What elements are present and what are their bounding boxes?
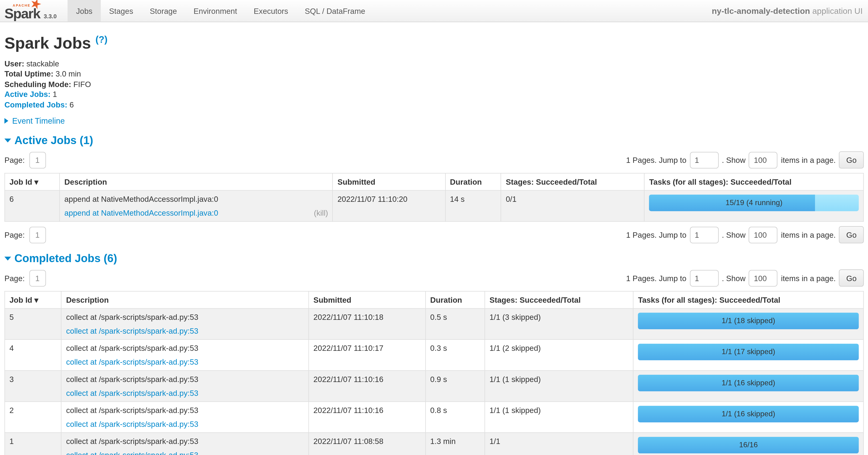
stages-cell: 1/1 (485, 433, 633, 455)
task-progress-bar: 16/16 (638, 437, 859, 454)
task-progress-label: 1/1 (16 skipped) (638, 375, 859, 391)
tab-stages[interactable]: Stages (101, 0, 142, 22)
page-label: Page: (4, 155, 25, 165)
jump-to-input[interactable] (690, 270, 718, 286)
tab-executors[interactable]: Executors (245, 0, 297, 22)
items-per-page-input[interactable] (749, 151, 778, 168)
job-description-link[interactable]: collect at /spark-scripts/spark-ad.py:53 (66, 389, 198, 398)
tasks-cell: 1/1 (18 skipped) (633, 309, 864, 340)
job-description-link[interactable]: collect at /spark-scripts/spark-ad.py:53 (66, 420, 198, 429)
summary-active-jobs: Active Jobs: 1 (4, 89, 864, 100)
page-label: Page: (4, 230, 25, 239)
page-number-input[interactable] (29, 226, 46, 243)
go-button[interactable]: Go (839, 151, 864, 169)
column-header[interactable]: Duration (426, 291, 485, 309)
jump-to-input[interactable] (690, 151, 718, 168)
pagination-bar: Page: 1 Pages. Jump to . Show items in a… (4, 226, 864, 243)
go-button[interactable]: Go (839, 226, 864, 243)
completed-jobs-link[interactable]: Completed Jobs: (4, 100, 67, 109)
task-progress-bar: 1/1 (16 skipped) (638, 406, 859, 422)
page-number-input[interactable] (29, 151, 46, 168)
column-header[interactable]: Duration (445, 173, 501, 191)
job-description-cell: collect at /spark-scripts/spark-ad.py:53… (61, 371, 309, 401)
event-timeline-toggle[interactable]: Event Timeline (4, 116, 864, 125)
job-id-cell: 4 (5, 340, 61, 371)
job-description: collect at /spark-scripts/spark-ad.py:53 (66, 375, 304, 384)
tasks-cell: 1/1 (17 skipped) (633, 340, 864, 371)
job-row: 6append at NativeMethodAccessorImpl.java… (5, 191, 864, 222)
tasks-cell: 16/16 (633, 433, 864, 455)
active-jobs-table: Job Id ▾DescriptionSubmittedDurationStag… (4, 173, 864, 222)
spark-brand: APACHE Spark ★ 3.3.0 (0, 0, 59, 22)
items-per-page-input[interactable] (749, 270, 778, 286)
job-description-link[interactable]: append at NativeMethodAccessorImpl.java:… (64, 208, 218, 218)
go-button[interactable]: Go (839, 269, 864, 286)
application-ui-suffix: application UI (810, 6, 863, 16)
job-description-cell: collect at /spark-scripts/spark-ad.py:53… (61, 309, 309, 340)
job-row: 3collect at /spark-scripts/spark-ad.py:5… (5, 371, 864, 401)
column-header[interactable]: Job Id ▾ (5, 291, 61, 309)
column-header[interactable]: Description (60, 173, 333, 191)
job-id-cell: 2 (5, 402, 61, 433)
tab-sql-dataframe[interactable]: SQL / DataFrame (297, 0, 374, 22)
top-navbar: APACHE Spark ★ 3.3.0 Jobs Stages Storage… (0, 0, 868, 22)
items-text: items in a page. (781, 274, 836, 283)
stages-cell: 1/1 (1 skipped) (485, 371, 633, 401)
pages-count-text: 1 Pages. Jump to (626, 230, 686, 239)
page-number-input[interactable] (29, 270, 46, 286)
jump-to-input[interactable] (690, 226, 718, 243)
stages-cell: 1/1 (3 skipped) (485, 309, 633, 340)
collapse-arrow-down-icon (4, 139, 11, 143)
tab-environment[interactable]: Environment (185, 0, 245, 22)
items-per-page-input[interactable] (749, 226, 778, 243)
submitted-cell: 2022/11/07 11:10:20 (333, 191, 445, 222)
completed-jobs-section-header[interactable]: Completed Jobs (6) (4, 252, 864, 265)
kill-link[interactable]: (kill) (314, 208, 328, 218)
help-link[interactable]: (?) (95, 34, 107, 45)
stages-cell: 1/1 (2 skipped) (485, 340, 633, 371)
column-header[interactable]: Tasks (for all stages): Succeeded/Total (644, 173, 863, 191)
job-description: collect at /spark-scripts/spark-ad.py:53 (66, 406, 304, 415)
event-timeline-label: Event Timeline (12, 116, 65, 125)
nav-tabs: Jobs Stages Storage Environment Executor… (68, 0, 374, 22)
submitted-cell: 2022/11/07 11:10:16 (309, 402, 426, 433)
job-description-link[interactable]: collect at /spark-scripts/spark-ad.py:53 (66, 358, 198, 367)
task-progress-label: 1/1 (17 skipped) (638, 344, 859, 361)
submitted-cell: 2022/11/07 11:10:16 (309, 371, 426, 401)
column-header[interactable]: Stages: Succeeded/Total (485, 291, 633, 309)
tasks-cell: 1/1 (16 skipped) (633, 371, 864, 401)
job-description-cell: collect at /spark-scripts/spark-ad.py:53… (61, 340, 309, 371)
column-header[interactable]: Job Id ▾ (5, 173, 60, 191)
column-header[interactable]: Tasks (for all stages): Succeeded/Total (633, 291, 864, 309)
task-progress-bar: 1/1 (17 skipped) (638, 344, 859, 361)
column-header[interactable]: Description (61, 291, 309, 309)
active-jobs-link[interactable]: Active Jobs: (4, 90, 51, 99)
collapse-arrow-down-icon (4, 257, 11, 261)
column-header[interactable]: Submitted (333, 173, 445, 191)
duration-cell: 0.3 s (426, 340, 485, 371)
tab-storage[interactable]: Storage (142, 0, 185, 22)
column-header[interactable]: Stages: Succeeded/Total (501, 173, 645, 191)
tasks-cell: 15/19 (4 running) (644, 191, 863, 222)
active-jobs-section-header[interactable]: Active Jobs (1) (4, 134, 864, 147)
job-row: 1collect at /spark-scripts/spark-ad.py:5… (5, 433, 864, 455)
job-description-link[interactable]: collect at /spark-scripts/spark-ad.py:53 (66, 326, 198, 336)
summary-uptime: Total Uptime: 3.0 min (4, 69, 864, 79)
job-row: 2collect at /spark-scripts/spark-ad.py:5… (5, 402, 864, 433)
job-id-cell: 1 (5, 433, 61, 455)
completed-jobs-title: Completed Jobs (6) (14, 252, 117, 265)
tab-jobs[interactable]: Jobs (68, 0, 101, 22)
job-description: append at NativeMethodAccessorImpl.java:… (64, 195, 328, 204)
column-header[interactable]: Submitted (309, 291, 426, 309)
job-description-cell: collect at /spark-scripts/spark-ad.py:53… (61, 402, 309, 433)
spark-ui-page: APACHE Spark ★ 3.3.0 Jobs Stages Storage… (0, 0, 868, 455)
summary-user: User: stackable (4, 59, 864, 69)
table-header-row: Job Id ▾DescriptionSubmittedDurationStag… (5, 291, 864, 309)
job-description-link[interactable]: collect at /spark-scripts/spark-ad.py:53 (66, 451, 198, 455)
job-id-cell: 6 (5, 191, 60, 222)
application-name: ny-tlc-anomaly-detection (712, 6, 810, 16)
active-jobs-title: Active Jobs (1) (14, 134, 93, 147)
spark-logo: APACHE Spark ★ (4, 1, 41, 20)
job-description-cell: append at NativeMethodAccessorImpl.java:… (60, 191, 333, 222)
items-text: items in a page. (781, 155, 836, 165)
